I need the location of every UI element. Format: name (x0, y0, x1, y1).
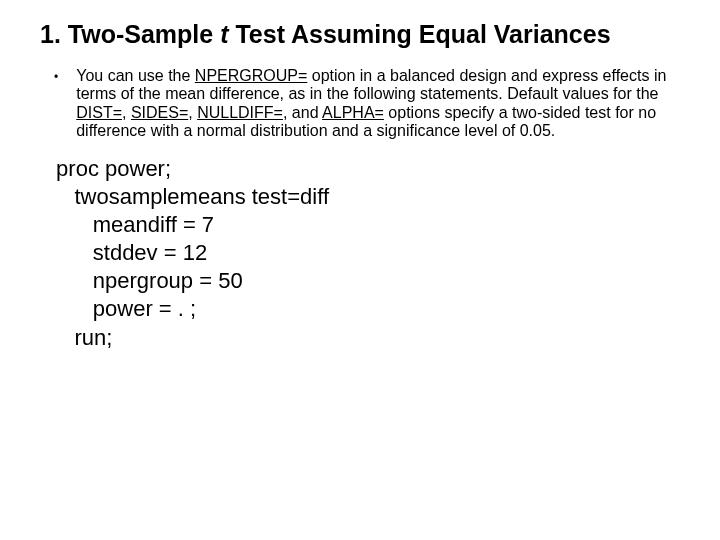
code-line-2: twosamplemeans test=diff (50, 183, 690, 211)
bullet-text-1: You can use the (76, 67, 195, 84)
code-line-6: power = . ; (50, 295, 690, 323)
code-line-5: npergroup = 50 (50, 267, 690, 295)
code-block: proc power; twosamplemeans test=diff mea… (30, 155, 690, 352)
code-line-7: run; (50, 324, 690, 352)
code-line-1: proc power; (50, 155, 690, 183)
bullet-marker-icon: • (54, 70, 58, 84)
title-suffix: Test Assuming Equal Variances (228, 20, 610, 48)
code-line-4: stddev = 12 (50, 239, 690, 267)
code-line-3: meandiff = 7 (50, 211, 690, 239)
bullet-item: • You can use the NPERGROUP= option in a… (30, 67, 690, 141)
link-alpha[interactable]: ALPHA= (322, 104, 384, 121)
bullet-text-3: , (122, 104, 131, 121)
title-prefix: 1. Two-Sample (40, 20, 220, 48)
link-npergroup[interactable]: NPERGROUP= (195, 67, 307, 84)
link-sides[interactable]: SIDES= (131, 104, 188, 121)
link-dist[interactable]: DIST= (76, 104, 122, 121)
bullet-text: You can use the NPERGROUP= option in a b… (76, 67, 690, 141)
bullet-text-5: , and (283, 104, 322, 121)
link-nulldiff[interactable]: NULLDIFF= (197, 104, 283, 121)
bullet-text-4: , (188, 104, 197, 121)
slide-title: 1. Two-Sample t Test Assuming Equal Vari… (30, 20, 690, 49)
